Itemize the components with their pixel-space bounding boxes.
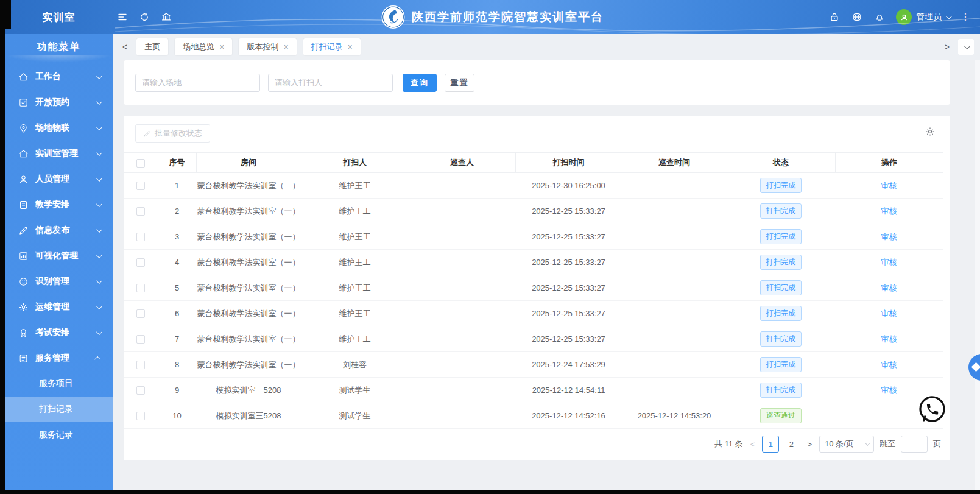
sidebar-item-label: 工作台 <box>35 71 96 82</box>
row-checkbox[interactable] <box>136 284 145 292</box>
review-link[interactable]: 审核 <box>881 283 897 292</box>
tabs-scroll-right-icon[interactable]: > <box>942 42 952 52</box>
sidebar-item-label: 服务管理 <box>35 353 96 364</box>
row-checkbox[interactable] <box>136 386 145 395</box>
tab-3[interactable]: 打扫记录 × <box>303 38 361 55</box>
cell-no: 2 <box>158 199 196 224</box>
sidebar-subitem-label: 打扫记录 <box>39 404 100 415</box>
cell-clean-time: 2025-12-12 14:54:11 <box>515 378 622 403</box>
pagination: 共 11 条 < 12 > 10 条/页 跳至 页 <box>714 436 941 453</box>
review-link[interactable]: 审核 <box>881 258 897 267</box>
bell-icon[interactable] <box>873 11 886 23</box>
table-row: 3 蒙台梭利教学法实训室（一） 维护王工 2025-12-25 15:33:27… <box>124 224 943 250</box>
select-all-checkbox[interactable] <box>136 159 145 168</box>
row-checkbox[interactable] <box>136 335 145 344</box>
tabs-dropdown-button[interactable] <box>958 39 974 55</box>
sidebar-item-5[interactable]: 教学安排 <box>5 192 113 217</box>
cell-inspector <box>409 403 515 429</box>
cleaning-records-table: 序号 房间 打扫人 巡查人 打扫时间 巡查时间 状态 操作 1 蒙台梭利教学法实… <box>124 152 943 429</box>
lock-icon[interactable] <box>828 11 841 23</box>
review-link[interactable]: 审核 <box>881 386 897 395</box>
chevron-down-icon <box>96 303 102 309</box>
bank-icon[interactable] <box>160 11 172 23</box>
sidebar-item-2[interactable]: 场地物联 <box>5 115 113 141</box>
cell-clean-time: 2025-12-25 15:33:27 <box>515 250 622 275</box>
close-icon[interactable]: × <box>219 43 224 51</box>
table-settings-gear-icon[interactable] <box>925 126 936 137</box>
collapse-menu-icon[interactable] <box>116 11 129 23</box>
cell-clean-time: 2025-12-25 15:33:27 <box>515 301 622 326</box>
cell-cleaner: 维护王工 <box>301 301 409 326</box>
next-page-icon[interactable]: > <box>805 440 814 449</box>
review-link[interactable]: 审核 <box>881 181 897 190</box>
cleaner-input[interactable] <box>268 74 393 92</box>
pencil-icon <box>18 225 29 236</box>
sidebar-item-9[interactable]: 运维管理 <box>5 294 113 320</box>
sidebar-item-0[interactable]: 工作台 <box>5 64 113 90</box>
cell-no: 3 <box>158 224 196 250</box>
cell-room: 蒙台梭利教学法实训室（一） <box>196 352 301 378</box>
sidebar-item-7[interactable]: 可视化管理 <box>5 243 113 269</box>
sidebar-item-8[interactable]: 识别管理 <box>5 269 113 294</box>
floating-panel-toggle[interactable] <box>968 354 980 381</box>
cell-action: 审核 <box>835 326 943 352</box>
row-checkbox[interactable] <box>136 309 145 318</box>
prev-page-icon[interactable]: < <box>749 440 757 449</box>
cell-room: 蒙台梭利教学法实训室（一） <box>196 275 301 301</box>
kebab-menu-icon[interactable]: ⋮ <box>961 12 970 22</box>
sidebar-subitem-1[interactable]: 打扫记录 <box>5 397 113 422</box>
cell-room: 蒙台梭利教学法实训室（二） <box>196 173 301 199</box>
review-link[interactable]: 审核 <box>881 360 897 369</box>
batch-modify-status-button[interactable]: 批量修改状态 <box>135 124 210 143</box>
row-checkbox[interactable] <box>136 207 145 216</box>
row-checkbox[interactable] <box>136 258 145 267</box>
page-size-select[interactable]: 10 条/页 <box>819 436 874 453</box>
column-header: 打扫人 <box>301 153 409 173</box>
row-checkbox[interactable] <box>136 412 145 420</box>
review-link[interactable]: 审核 <box>881 232 897 241</box>
cell-status: 打扫完成 <box>727 378 835 403</box>
query-button[interactable]: 查询 <box>403 74 437 92</box>
row-checkbox[interactable] <box>136 233 145 241</box>
site-input[interactable] <box>135 74 260 92</box>
phone-contact-icon[interactable] <box>918 395 947 423</box>
refresh-icon[interactable] <box>138 11 150 23</box>
globe-icon[interactable] <box>851 11 863 23</box>
review-link[interactable]: 审核 <box>881 334 897 344</box>
page-number-2[interactable]: 2 <box>783 436 800 453</box>
chevron-down-icon <box>946 13 952 19</box>
sidebar-item-1[interactable]: 开放预约 <box>5 90 113 115</box>
close-icon[interactable]: × <box>348 43 353 51</box>
status-badge: 打扫完成 <box>760 331 802 347</box>
row-checkbox[interactable] <box>136 182 145 190</box>
review-link[interactable]: 审核 <box>881 309 897 318</box>
sidebar-subitem-2[interactable]: 服务记录 <box>5 422 113 448</box>
close-icon[interactable]: × <box>283 43 288 51</box>
sidebar-item-4[interactable]: 人员管理 <box>5 166 113 192</box>
page-number-1[interactable]: 1 <box>762 436 779 453</box>
tabs-scroll-left-icon[interactable]: < <box>120 42 130 52</box>
sidebar-submenu: 服务项目 打扫记录 服务记录 <box>5 371 113 448</box>
page-numbers: 12 <box>762 436 800 453</box>
tab-2[interactable]: 版本控制 × <box>239 38 296 55</box>
sidebar-item-10[interactable]: 考试安排 <box>5 320 113 345</box>
user-menu[interactable]: 管理员 <box>896 9 950 25</box>
cell-room: 蒙台梭利教学法实训室（一） <box>196 326 301 352</box>
cell-inspect-time <box>622 224 727 250</box>
tab-1[interactable]: 场地总览 × <box>175 38 232 55</box>
jump-page-input[interactable] <box>901 436 928 453</box>
row-checkbox[interactable] <box>136 361 145 369</box>
app-root: 实训室 陕西学前师范学院智慧实训室平台 <box>0 0 980 494</box>
sidebar-item-11[interactable]: 服务管理 <box>5 345 113 371</box>
tab-0[interactable]: 主页 <box>136 38 168 55</box>
table-row: 9 模拟实训室三5208 测试学生 2025-12-12 14:54:11 打扫… <box>124 378 943 403</box>
cell-action: 审核 <box>835 224 943 250</box>
reset-button[interactable]: 重置 <box>445 74 474 92</box>
sidebar-item-3[interactable]: 实训室管理 <box>5 141 113 166</box>
column-header: 打扫时间 <box>515 153 622 173</box>
review-link[interactable]: 审核 <box>881 206 897 216</box>
sidebar-item-6[interactable]: 信息发布 <box>5 217 113 243</box>
cell-inspector <box>409 224 515 250</box>
sidebar-subitem-0[interactable]: 服务项目 <box>5 371 113 397</box>
cell-room: 蒙台梭利教学法实训室（一） <box>196 250 301 275</box>
